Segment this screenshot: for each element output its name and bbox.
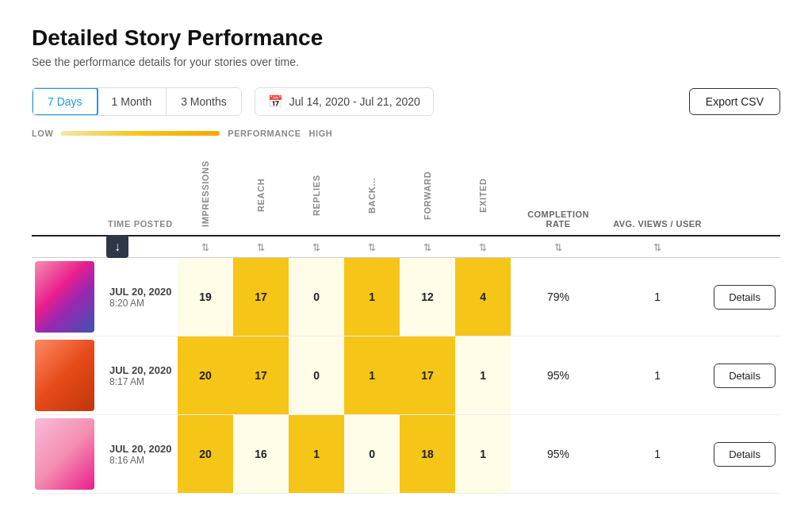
back-header: BACK... [344, 160, 400, 236]
forward-cell: 18 [400, 415, 455, 494]
time-cell: JUL 20, 20208:17 AM [103, 337, 178, 415]
sort-time-cell: ↓ [103, 236, 178, 258]
exited-cell: 1 [455, 337, 511, 415]
details-cell: Details [709, 415, 780, 494]
sort-avg-views[interactable]: ⇅ [606, 236, 709, 258]
avg-views-cell: 1 [606, 415, 709, 494]
table-row: JUL 20, 20208:17 AM20170117195%1Details [32, 337, 780, 415]
reach-cell: 17 [233, 337, 289, 415]
header-row: TIME POSTED IMPRESSIONS REACH REPLIES BA… [32, 160, 780, 236]
performance-bar [61, 131, 220, 136]
perf-low-label: LOW [32, 129, 53, 138]
exited-cell: 4 [455, 258, 511, 337]
sort-completion[interactable]: ⇅ [511, 236, 606, 258]
back-cell: 1 [344, 337, 400, 415]
tab-7days[interactable]: 7 Days [32, 87, 98, 116]
period-tabs: 7 Days 1 Month 3 Months [32, 87, 242, 116]
details-button[interactable]: Details [714, 285, 776, 310]
replies-header: REPLIES [289, 160, 344, 236]
details-cell: Details [709, 258, 780, 337]
reach-cell: 17 [233, 258, 289, 337]
time-cell: JUL 20, 20208:16 AM [103, 415, 178, 494]
completion-rate-cell: 79% [511, 258, 606, 337]
table-row: JUL 20, 20208:16 AM20161018195%1Details [32, 415, 780, 494]
sort-down-arrow[interactable]: ↓ [106, 235, 128, 258]
actions-header [709, 160, 780, 236]
table-row: JUL 20, 20208:20 AM19170112479%1Details [32, 258, 780, 337]
sort-actions [709, 236, 780, 258]
export-csv-button[interactable]: Export CSV [689, 88, 780, 115]
time-header: TIME POSTED [103, 160, 178, 236]
time-cell: JUL 20, 20208:20 AM [103, 258, 178, 337]
date-range-button[interactable]: 📅 Jul 14, 2020 - Jul 21, 2020 [255, 87, 434, 116]
completion-rate-cell: 95% [511, 337, 606, 415]
tab-3months[interactable]: 3 Months [167, 88, 241, 115]
sort-reach[interactable]: ⇅ [233, 236, 289, 258]
impressions-label: IMPRESSIONS [201, 163, 210, 227]
forward-header: FORWARD [400, 160, 455, 236]
controls-row: 7 Days 1 Month 3 Months 📅 Jul 14, 2020 -… [32, 87, 780, 116]
details-button[interactable]: Details [714, 442, 776, 467]
impressions-cell: 20 [178, 337, 233, 415]
tab-1month[interactable]: 1 Month [98, 88, 167, 115]
forward-cell: 17 [400, 337, 455, 415]
thumbnail-cell [32, 337, 103, 415]
reach-header: REACH [233, 160, 289, 236]
impressions-header: IMPRESSIONS [178, 160, 233, 236]
replies-cell: 0 [289, 258, 344, 337]
page-subtitle: See the performance details for your sto… [32, 56, 780, 68]
sort-exited[interactable]: ⇅ [455, 236, 511, 258]
exited-label: EXITED [478, 163, 488, 227]
sort-replies[interactable]: ⇅ [289, 236, 344, 258]
reach-cell: 16 [233, 415, 289, 494]
impressions-cell: 19 [178, 258, 233, 337]
back-cell: 0 [344, 415, 400, 494]
avg-views-header: AVG. VIEWS / USER [606, 160, 709, 236]
perf-high-label: HIGH [309, 129, 333, 138]
calendar-icon: 📅 [268, 94, 283, 109]
page-title: Detailed Story Performance [32, 25, 780, 51]
completion-rate-cell: 95% [511, 415, 606, 494]
details-cell: Details [709, 337, 780, 415]
sort-row: ↓ ⇅ ⇅ ⇅ ⇅ ⇅ ⇅ ⇅ ⇅ [32, 236, 780, 258]
story-table: TIME POSTED IMPRESSIONS REACH REPLIES BA… [32, 160, 780, 494]
back-cell: 1 [344, 258, 400, 337]
perf-label: PERFORMANCE [228, 129, 301, 138]
avg-views-cell: 1 [606, 258, 709, 337]
sort-back[interactable]: ⇅ [344, 236, 400, 258]
sort-forward[interactable]: ⇅ [400, 236, 455, 258]
impressions-cell: 20 [178, 415, 233, 494]
avg-views-cell: 1 [606, 337, 709, 415]
thumbnail-header [32, 160, 103, 236]
thumbnail-cell [32, 415, 103, 494]
table-body: JUL 20, 20208:20 AM19170112479%1DetailsJ… [32, 258, 780, 494]
replies-cell: 1 [289, 415, 344, 494]
replies-cell: 0 [289, 337, 344, 415]
exited-cell: 1 [455, 415, 511, 494]
details-button[interactable]: Details [714, 364, 776, 388]
performance-legend: LOW PERFORMANCE HIGH [32, 129, 780, 138]
replies-label: REPLIES [312, 163, 321, 227]
reach-label: REACH [256, 163, 266, 227]
exited-header: EXITED [455, 160, 511, 236]
sort-impressions[interactable]: ⇅ [178, 236, 233, 258]
sort-thumb-cell [32, 236, 103, 258]
forward-label: FORWARD [423, 163, 432, 227]
back-label: BACK... [367, 163, 377, 227]
completion-header: COMPLETION RATE [511, 160, 606, 236]
forward-cell: 12 [400, 258, 455, 337]
thumbnail-cell [32, 258, 103, 337]
date-range-value: Jul 14, 2020 - Jul 21, 2020 [289, 95, 420, 108]
